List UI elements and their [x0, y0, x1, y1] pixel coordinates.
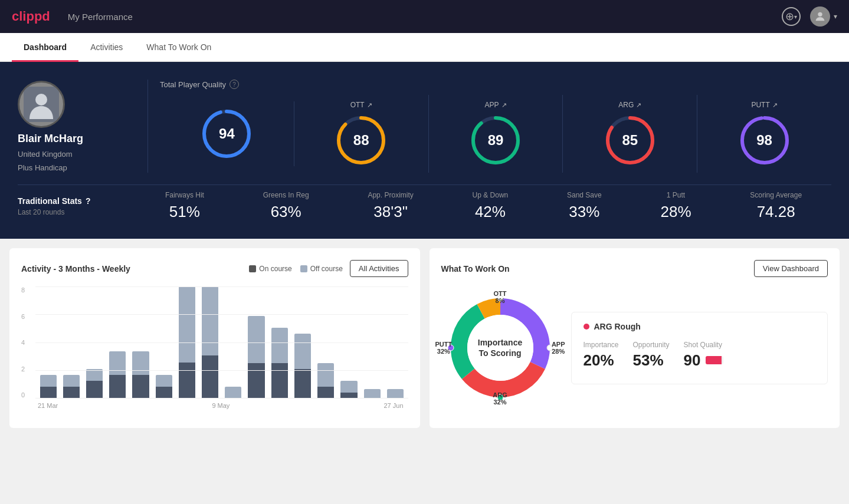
- tab-what-to-work-on[interactable]: What To Work On: [135, 33, 223, 62]
- bar-on-10: [271, 363, 288, 398]
- x-label-jun: 27 Jun: [383, 402, 403, 409]
- arg-detail-title: ARG Rough: [584, 322, 816, 331]
- bar-col-1: [61, 286, 81, 398]
- ott-label: OTT ↗: [350, 101, 372, 109]
- y-label-8: 8: [21, 286, 35, 294]
- arg-importance: Importance 20%: [584, 341, 619, 370]
- stat-gir: Greens In Reg 63%: [263, 191, 309, 221]
- bar-col-5: [153, 286, 174, 398]
- stat-fairways-value: 51%: [165, 203, 204, 221]
- quality-panel: Total Player Quality ? 94: [160, 80, 831, 173]
- player-handicap: Plus Handicap: [18, 163, 67, 172]
- ott-arrow-icon: ↗: [367, 101, 372, 109]
- bar-on-0: [40, 387, 57, 398]
- bar-on-7: [202, 355, 218, 398]
- gauge-putt: 98: [738, 114, 791, 167]
- legend-off-course: Off course: [300, 265, 343, 273]
- view-dashboard-button[interactable]: View Dashboard: [754, 260, 828, 277]
- help-icon[interactable]: ?: [230, 80, 239, 89]
- bar-off-11: [294, 334, 311, 369]
- all-activities-button[interactable]: All Activities: [350, 260, 408, 277]
- player-photo-icon: [24, 87, 59, 122]
- svg-point-0: [818, 12, 822, 17]
- activity-card: Activity - 3 Months - Weekly On course O…: [9, 248, 420, 428]
- bar-off-4: [132, 351, 149, 375]
- bar-on-1: [63, 387, 80, 398]
- player-country: United Kingdom: [18, 150, 73, 159]
- stat-updown-label: Up & Down: [473, 191, 509, 199]
- bar-off-14: [364, 389, 381, 398]
- arg-shot-quality: Shot Quality 90: [684, 341, 723, 370]
- score-putt-value: 98: [756, 132, 772, 149]
- bar-off-13: [340, 381, 357, 393]
- plus-icon: ⊕: [785, 10, 794, 23]
- stat-gir-value: 63%: [263, 203, 309, 221]
- header: clippd My Performance ⊕ ▾ ▾: [0, 0, 849, 33]
- donut-center-text: ImportanceTo Scoring: [478, 337, 522, 358]
- stat-sandsave-value: 33%: [567, 203, 602, 221]
- hero-section: Blair McHarg United Kingdom Plus Handica…: [0, 62, 849, 239]
- quality-title: Total Player Quality ?: [160, 80, 831, 89]
- hero-top: Blair McHarg United Kingdom Plus Handica…: [18, 80, 831, 173]
- trad-title: Traditional Stats ?: [18, 196, 136, 206]
- quality-scores: 94 OTT ↗ 88: [160, 95, 831, 173]
- bar-col-8: [223, 286, 244, 398]
- stat-proximity: App. Proximity 38'3": [368, 191, 413, 221]
- logo-text: clippd: [12, 9, 50, 24]
- bar-on-4: [132, 375, 149, 398]
- bar-chart: 8 6 4 2 0: [21, 286, 408, 416]
- donut-label-ott: OTT8%: [494, 290, 507, 304]
- stat-items: Fairways Hit 51% Greens In Reg 63% App. …: [136, 191, 831, 221]
- player-avatar: [18, 81, 65, 128]
- stat-updown-value: 42%: [473, 203, 509, 221]
- stat-sandsave: Sand Save 33%: [567, 191, 602, 221]
- stat-scoring: Scoring Average 74.28: [750, 191, 802, 221]
- putt-arrow-icon: ↗: [772, 101, 778, 109]
- tab-activities[interactable]: Activities: [78, 33, 135, 62]
- add-button[interactable]: ⊕ ▾: [782, 7, 801, 26]
- stat-1putt-label: 1 Putt: [660, 191, 691, 199]
- gauge-total: 94: [200, 107, 253, 160]
- bar-col-13: [339, 286, 359, 398]
- stat-scoring-value: 74.28: [750, 203, 802, 221]
- bar-off-2: [86, 369, 103, 381]
- bar-col-7: [200, 286, 221, 398]
- bottom-section: Activity - 3 Months - Weekly On course O…: [0, 239, 849, 437]
- stat-1putt: 1 Putt 28%: [660, 191, 691, 221]
- bar-col-12: [316, 286, 336, 398]
- score-ott: OTT ↗ 88: [294, 95, 429, 173]
- bar-on-12: [317, 387, 334, 398]
- activity-header: Activity - 3 Months - Weekly On course O…: [21, 260, 408, 277]
- putt-label: PUTT ↗: [751, 101, 777, 109]
- legend: On course Off course: [249, 265, 343, 273]
- trad-help-icon[interactable]: ?: [86, 196, 91, 206]
- traditional-stats: Traditional Stats ? Last 20 rounds Fairw…: [18, 185, 831, 221]
- trad-subtitle: Last 20 rounds: [18, 208, 136, 216]
- bar-on-13: [340, 393, 357, 398]
- user-menu[interactable]: ▾: [810, 6, 837, 27]
- y-label-2: 2: [21, 365, 35, 373]
- score-app: APP ↗ 89: [429, 95, 563, 173]
- header-actions: ⊕ ▾ ▾: [782, 6, 837, 27]
- bar-on-2: [86, 381, 103, 398]
- chevron-down-icon: ▾: [794, 14, 797, 20]
- bar-off-8: [225, 387, 241, 398]
- donut-label-app: APP28%: [552, 341, 565, 355]
- bar-off-10: [271, 328, 288, 363]
- bar-off-6: [179, 286, 195, 363]
- stat-fairways: Fairways Hit 51%: [165, 191, 204, 221]
- bar-col-9: [246, 286, 267, 398]
- work-content: ImportanceTo Scoring OTT8% APP28% ARG32%…: [441, 289, 828, 407]
- tab-dashboard[interactable]: Dashboard: [12, 33, 78, 62]
- bar-on-9: [248, 363, 264, 398]
- bar-off-9: [248, 316, 264, 363]
- bar-off-7: [202, 286, 218, 355]
- bar-off-1: [63, 375, 80, 387]
- off-course-dot: [300, 265, 307, 272]
- arg-metrics: Importance 20% Opportunity 53% Shot Qual…: [584, 341, 816, 370]
- stat-proximity-label: App. Proximity: [368, 191, 413, 199]
- arg-detail-card: ARG Rough Importance 20% Opportunity 53%…: [571, 312, 828, 384]
- gauge-ott: 88: [335, 114, 388, 167]
- bar-off-0: [40, 375, 57, 387]
- stat-fairways-label: Fairways Hit: [165, 191, 204, 199]
